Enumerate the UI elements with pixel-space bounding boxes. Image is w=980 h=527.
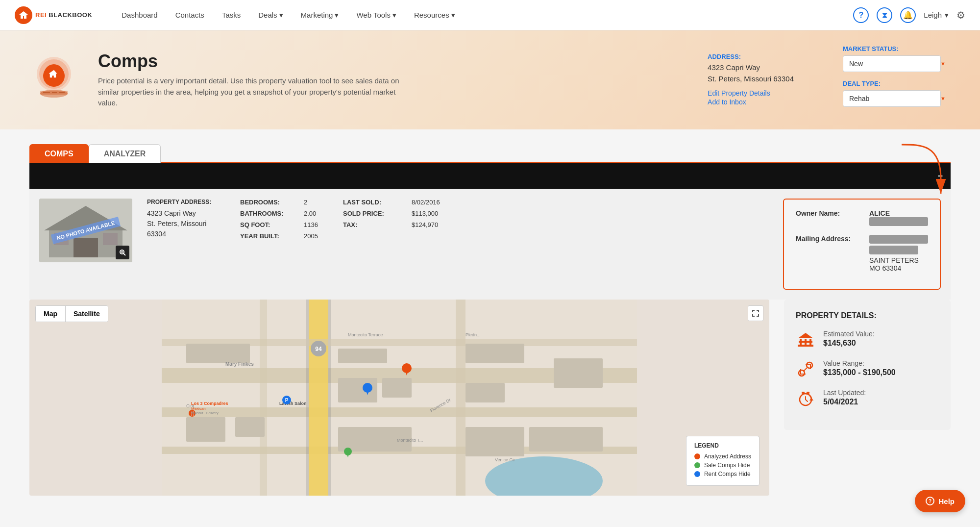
legend-sale-dot [694,462,700,468]
owner-mailing-label: Mailing Address: [796,235,859,243]
svg-text:Montecito Terrace: Montecito Terrace [348,332,383,337]
svg-text:Pledn...: Pledn... [466,332,481,337]
nav-webtools[interactable]: Web Tools ▾ [356,11,396,20]
svg-rect-68 [805,339,807,345]
logo-text: REI BLACKBOOK [35,11,92,19]
nav-contacts[interactable]: Contacts [175,11,204,19]
svg-rect-32 [186,417,225,442]
last-sold-label: LAST SOLD: [343,199,412,206]
bottom-section: Map Satellite [29,300,951,496]
svg-rect-28 [260,300,267,496]
add-to-inbox-link[interactable]: Add to Inbox [708,98,794,106]
owner-mailing-blurred-1 [869,235,928,244]
estimated-value-text: Estimated Value: $145,630 [823,330,875,348]
owner-name-value: ALICE [869,209,928,228]
svg-marker-70 [799,333,812,338]
satellite-button[interactable]: Satellite [66,306,108,322]
svg-rect-31 [186,344,250,363]
svg-line-15 [123,253,125,255]
history-icon-btn[interactable]: ⧗ [877,7,892,23]
property-rows-wrapper: NO PHOTO AVAILABLE PROPERTY ADDRESS: [29,189,951,300]
owner-name-label: Owner Name: [796,209,859,217]
svg-rect-37 [466,344,524,363]
value-range-item: Value Range: $135,000 - $190,500 [796,359,939,379]
bathrooms-label: BATHROOMS: [240,210,304,217]
value-range-text: Value Range: $135,000 - $190,500 [823,359,896,377]
zoom-icon[interactable] [116,246,129,259]
tab-analyzer[interactable]: ANALYZER [89,144,161,163]
nav-items: Dashboard Contacts Tasks Deals ▾ Marketi… [122,11,833,20]
value-range-icon [796,359,815,379]
svg-rect-11 [74,238,98,257]
svg-text:Venice Cir: Venice Cir [495,457,515,462]
navbar: REI BLACKBOOK Dashboard Contacts Tasks D… [0,0,980,30]
update-icon [796,389,815,408]
svg-rect-75 [802,392,805,394]
property-details-grid: BEDROOMS: 2 LAST SOLD: 8/02/2016 BATHROO… [240,199,768,240]
svg-rect-67 [800,339,802,345]
svg-rect-34 [338,349,387,363]
gear-icon[interactable]: ⚙ [956,9,965,21]
tab-comps[interactable]: COMPS [29,144,89,163]
svg-rect-69 [809,339,811,345]
svg-rect-66 [798,345,813,347]
bedrooms-label: BEDROOMS: [240,199,304,206]
svg-marker-74 [809,398,813,401]
hero-content: Comps Price potential is a very importan… [98,51,659,109]
owner-name-blurred [869,217,928,226]
help-button[interactable]: ? Help [915,490,965,512]
map-bar: − [29,163,951,189]
logo[interactable]: REI BLACKBOOK [15,6,92,24]
hero-address-block: ADDRESS: 4323 Capri Way St. Peters, Miss… [678,53,794,107]
owner-mailing-blurred-2 [869,246,918,254]
map-svg: 94 Mary Finkes Montecito Terrace [29,300,769,496]
svg-rect-25 [328,300,331,496]
svg-rect-21 [162,407,637,417]
nav-tasks[interactable]: Tasks [222,11,241,19]
property-image: NO PHOTO AVAILABLE [39,199,132,262]
last-updated-item: Last Updated: 5/04/2021 [796,389,939,408]
property-details-card: PROPERTY DETAILS: Es [784,300,951,430]
svg-rect-36 [382,378,412,398]
legend-analyzed-dot [694,453,700,459]
svg-rect-38 [466,383,505,402]
property-address-label: PROPERTY ADDRESS: [147,199,225,205]
legend-rent-dot [694,471,700,477]
svg-text:?: ? [929,499,931,504]
market-status-select[interactable]: New Active Pending Sold [843,55,941,72]
svg-rect-76 [807,392,809,394]
notifications-icon-btn[interactable]: 🔔 [900,7,916,23]
help-icon-btn[interactable]: ? [853,7,869,23]
nav-marketing[interactable]: Marketing ▾ [301,11,339,20]
property-details-sidebar: PROPERTY DETAILS: Es [784,300,951,496]
tax-value: $124,970 [412,221,470,228]
sold-price-value: $113,000 [412,210,470,217]
last-updated-text: Last Updated: 5/04/2021 [823,389,866,406]
nav-user[interactable]: Leigh ▾ [924,11,949,20]
svg-text:Mexican: Mexican [191,406,206,411]
nav-dashboard[interactable]: Dashboard [122,11,157,19]
map-legend: LEGEND Analyzed Address Sale Comps Hide … [686,436,760,486]
hero-status-block: MARKET STATUS: New Active Pending Sold D… [843,45,951,115]
year-built-value: 2005 [304,232,343,240]
last-sold-value: 8/02/2016 [412,199,470,206]
owner-card: Owner Name: ALICE Mailing Address: SAINT… [783,199,941,290]
hero-banner: Comps Price potential is a very importan… [0,30,980,129]
property-address-value: 4323 Capri Way St. Peters, Missouri 6330… [147,208,225,239]
bedrooms-value: 2 [304,199,343,206]
map-controls: Map Satellite [35,305,108,322]
year-built-label: YEAR BUILT: [240,232,304,240]
svg-rect-42 [529,427,603,452]
map-button[interactable]: Map [36,306,66,322]
nav-resources[interactable]: Resources ▾ [414,11,455,20]
svg-rect-33 [235,417,265,437]
nav-deals[interactable]: Deals ▾ [258,11,283,20]
deal-type-select[interactable]: Rehab Wholesale Rental [843,90,941,107]
legend-rent: Rent Comps Hide [694,471,751,477]
property-card: NO PHOTO AVAILABLE PROPERTY ADDRESS: [29,189,951,300]
market-status-select-wrapper: New Active Pending Sold [843,55,951,72]
property-details-title: PROPERTY DETAILS: [796,311,939,320]
hero-links: Edit Property Details Add to Inbox [708,89,794,106]
edit-property-link[interactable]: Edit Property Details [708,89,794,97]
legend-sale: Sale Comps Hide [694,462,751,469]
